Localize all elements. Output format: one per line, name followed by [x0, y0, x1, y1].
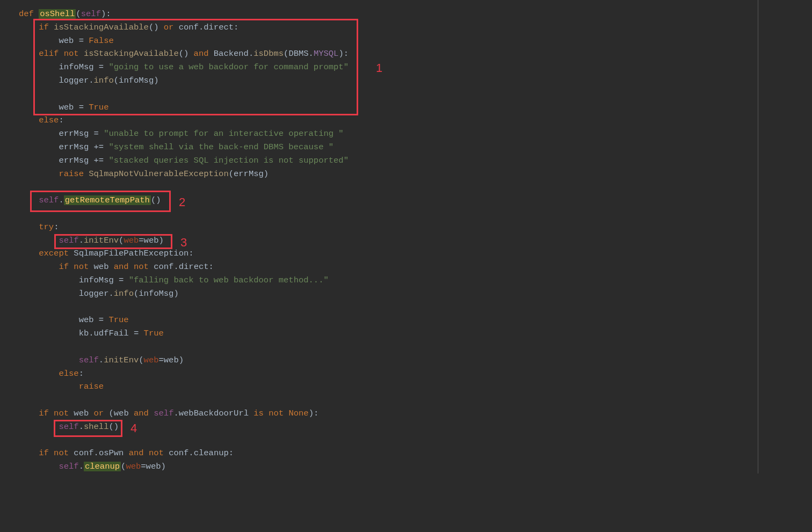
code-line	[19, 340, 812, 354]
annotation-3: 3	[180, 236, 187, 250]
code-line: if isStackingAvailable() or conf.direct:	[19, 21, 812, 34]
code-line: self.getRemoteTempPath()	[19, 194, 812, 207]
code-line: self.cleanup(web=web)	[19, 460, 812, 473]
code-line: kb.udfFail = True	[19, 327, 812, 340]
code-line	[19, 301, 812, 314]
annotation-4: 4	[130, 422, 137, 435]
code-line: self.initEnv(web=web)	[19, 354, 812, 367]
code-line: web = True	[19, 101, 812, 114]
function-name: osShell	[39, 9, 76, 19]
code-line	[19, 434, 812, 447]
code-line: else:	[19, 367, 812, 381]
annotation-2: 2	[179, 196, 185, 209]
code-line: infoMsg = "falling back to web backdoor …	[19, 274, 812, 287]
code-line: self.shell()	[19, 420, 812, 434]
code-line: elif not isStackingAvailable() and Backe…	[19, 47, 812, 61]
code-line	[19, 393, 812, 407]
code-line: except SqlmapFilePathException:	[19, 247, 812, 260]
code-line: if not web and not conf.direct:	[19, 260, 812, 274]
code-editor[interactable]: def osShell(self): if isStackingAvailabl…	[19, 8, 812, 473]
annotation-1: 1	[376, 62, 382, 75]
code-line: if not web or (web and self.webBackdoorU…	[19, 407, 812, 420]
code-line: errMsg += "system shell via the back-end…	[19, 141, 812, 154]
code-line: errMsg += "stacked queries SQL injection…	[19, 154, 812, 167]
code-line: logger.info(infoMsg)	[19, 287, 812, 301]
code-line	[19, 180, 812, 194]
editor-margin-line	[758, 0, 758, 473]
code-line	[19, 88, 812, 101]
code-line: raise SqlmapNotVulnerableException(errMs…	[19, 167, 812, 181]
code-line: if not conf.osPwn and not conf.cleanup:	[19, 447, 812, 460]
code-line: try:	[19, 221, 812, 234]
keyword-def: def	[19, 9, 34, 19]
code-line: web = False	[19, 34, 812, 48]
code-line: def osShell(self):	[19, 8, 812, 21]
code-line: self.initEnv(web=web)	[19, 234, 812, 247]
code-line: infoMsg = "going to use a web backdoor f…	[19, 61, 812, 74]
code-line: web = True	[19, 314, 812, 327]
self-param: self	[81, 9, 101, 19]
code-line: logger.info(infoMsg)	[19, 74, 812, 88]
code-line	[19, 207, 812, 221]
code-line: errMsg = "unable to prompt for an intera…	[19, 127, 812, 141]
code-line: else:	[19, 114, 812, 127]
code-line: raise	[19, 380, 812, 393]
